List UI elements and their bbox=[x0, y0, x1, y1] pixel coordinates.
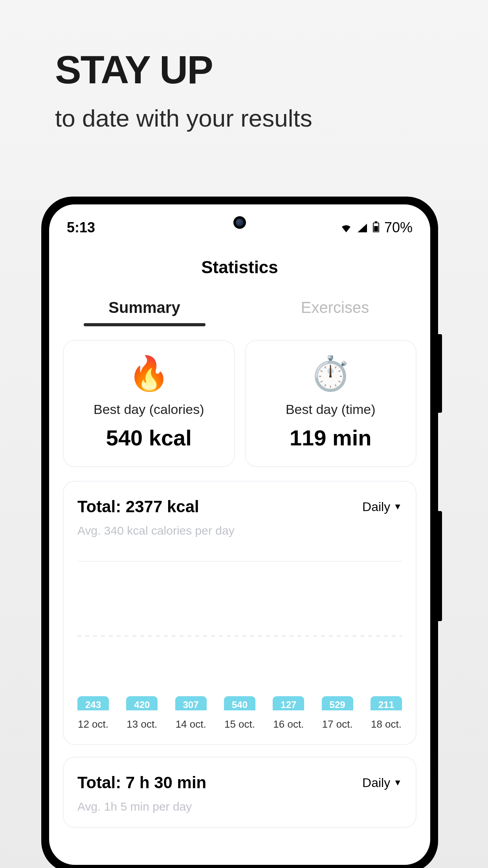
chart-bar: 307 bbox=[175, 696, 207, 710]
promo-header: STAY UP to date with your results bbox=[0, 0, 488, 132]
chart-total: Total: 2377 kcal bbox=[77, 497, 199, 516]
period-label: Daily bbox=[362, 776, 390, 790]
chevron-down-icon: ▼ bbox=[393, 502, 402, 512]
chart-area: 243420307540127529211 bbox=[77, 561, 402, 710]
card-value: 119 min bbox=[253, 425, 408, 451]
chart-header: Total: 7 h 30 min Daily ▼ bbox=[77, 773, 402, 792]
bar-value-label: 243 bbox=[85, 699, 101, 710]
chart-bar: 540 bbox=[224, 696, 255, 710]
time-chart-card: Total: 7 h 30 min Daily ▼ Avg. 1h 5 min … bbox=[63, 757, 416, 828]
stopwatch-icon: ⏱️ bbox=[253, 357, 408, 390]
wifi-icon bbox=[340, 219, 352, 236]
tab-summary[interactable]: Summary bbox=[49, 299, 240, 326]
phone-power-button bbox=[438, 511, 442, 621]
chevron-down-icon: ▼ bbox=[393, 778, 402, 788]
chart-bar: 127 bbox=[273, 696, 304, 710]
bar: 420 bbox=[126, 696, 158, 710]
svg-rect-1 bbox=[375, 221, 377, 223]
bar: 127 bbox=[273, 696, 304, 710]
promo-title: STAY UP bbox=[55, 47, 433, 92]
bar: 307 bbox=[175, 696, 207, 710]
battery-icon bbox=[372, 219, 380, 236]
cellular-icon bbox=[357, 219, 368, 236]
xaxis-label: 13 oct. bbox=[126, 718, 158, 730]
xaxis-label: 16 oct. bbox=[273, 718, 304, 730]
xaxis-label: 12 oct. bbox=[77, 718, 109, 730]
tabs: Summary Exercises bbox=[49, 299, 430, 326]
phone-frame: 5:13 70% Statistics Summary Exercises bbox=[41, 197, 438, 868]
bar-value-label: 307 bbox=[183, 699, 199, 710]
card-value: 540 kcal bbox=[72, 425, 226, 451]
phone-screen: 5:13 70% Statistics Summary Exercises bbox=[49, 204, 430, 865]
bar: 243 bbox=[77, 696, 109, 710]
chart-bar: 420 bbox=[126, 696, 158, 710]
best-day-calories-card: 🔥 Best day (calories) 540 kcal bbox=[63, 340, 235, 467]
bar: 529 bbox=[322, 696, 353, 710]
promo-subtitle: to date with your results bbox=[55, 104, 433, 132]
chart-bar: 243 bbox=[77, 696, 109, 710]
best-day-time-card: ⏱️ Best day (time) 119 min bbox=[245, 340, 417, 467]
bar-value-label: 211 bbox=[378, 699, 394, 710]
status-right: 70% bbox=[340, 219, 413, 236]
chart-xaxis: 12 oct.13 oct.14 oct.15 oct.16 oct.17 oc… bbox=[77, 718, 402, 730]
bar: 540 bbox=[224, 696, 255, 710]
calories-chart-card: Total: 2377 kcal Daily ▼ Avg. 340 kcal c… bbox=[63, 481, 416, 745]
svg-rect-2 bbox=[374, 226, 378, 232]
period-label: Daily bbox=[362, 500, 390, 514]
fire-icon: 🔥 bbox=[72, 357, 226, 390]
summary-cards: 🔥 Best day (calories) 540 kcal ⏱️ Best d… bbox=[49, 326, 430, 481]
battery-percent: 70% bbox=[384, 219, 413, 236]
chart-average: Avg. 1h 5 min per day bbox=[77, 800, 402, 813]
phone-volume-button bbox=[438, 334, 442, 413]
period-picker[interactable]: Daily ▼ bbox=[362, 500, 402, 514]
xaxis-label: 18 oct. bbox=[371, 718, 402, 730]
chart-bar: 211 bbox=[371, 696, 402, 710]
bar: 211 bbox=[371, 696, 402, 710]
card-label: Best day (calories) bbox=[72, 402, 226, 417]
phone-camera bbox=[233, 216, 246, 229]
status-time: 5:13 bbox=[67, 219, 95, 236]
chart-total: Total: 7 h 30 min bbox=[77, 773, 206, 792]
chart-header: Total: 2377 kcal Daily ▼ bbox=[77, 497, 402, 516]
chart-average: Avg. 340 kcal calories per day bbox=[77, 524, 402, 537]
period-picker[interactable]: Daily ▼ bbox=[362, 776, 402, 790]
page-title: Statistics bbox=[49, 257, 430, 277]
tab-exercises[interactable]: Exercises bbox=[240, 299, 430, 326]
bar-value-label: 420 bbox=[134, 699, 150, 710]
chart-bars: 243420307540127529211 bbox=[77, 561, 402, 710]
card-label: Best day (time) bbox=[253, 402, 408, 417]
xaxis-label: 14 oct. bbox=[175, 718, 207, 730]
chart-bar: 529 bbox=[322, 696, 353, 710]
xaxis-label: 15 oct. bbox=[224, 718, 255, 730]
bar-value-label: 540 bbox=[232, 699, 248, 710]
bar-value-label: 529 bbox=[330, 699, 345, 710]
bar-value-label: 127 bbox=[281, 699, 296, 710]
xaxis-label: 17 oct. bbox=[322, 718, 353, 730]
